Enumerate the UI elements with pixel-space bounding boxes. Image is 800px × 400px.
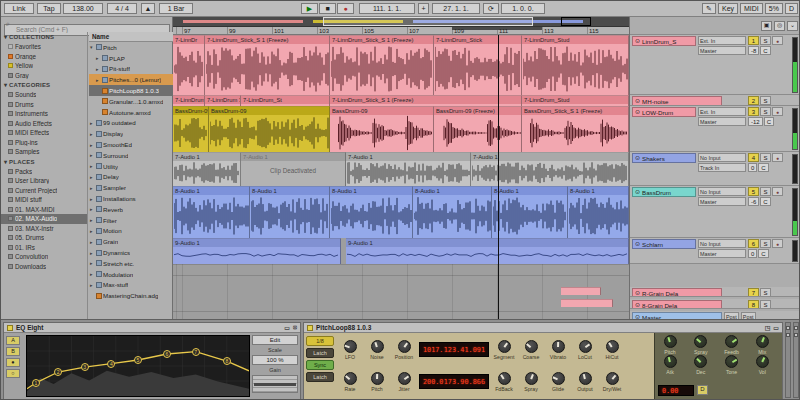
eq-filter-node-5[interactable]: 5 [134,356,142,364]
device-on-toggle[interactable] [307,325,313,331]
file-row[interactable]: ▸Installations [89,193,173,204]
quantize-menu[interactable]: 1 Bar [159,3,193,14]
punch-position-field[interactable]: 27. 1. 1. [432,3,480,14]
file-row[interactable]: ▸Delay [89,172,173,183]
segment-knob[interactable]: Segment [492,340,516,360]
volume-field[interactable]: -8 [748,46,759,55]
pan-field[interactable]: C [760,46,770,55]
output-chooser[interactable]: Master [698,46,746,55]
arm-button[interactable]: ● [772,107,783,116]
clip[interactable]: 8-Audio 1 [492,186,568,238]
sidebar-item-convolution[interactable]: Convolution [1,252,87,262]
pitch-knob[interactable]: Pitch [658,335,682,355]
expand-arrow-icon[interactable]: ▸ [90,250,95,256]
arm-button[interactable]: ● [772,239,783,248]
sidebar-item-samples[interactable]: Samples [1,147,87,157]
expand-arrow-icon[interactable]: ▸ [90,282,95,288]
pan-field[interactable]: C [758,249,768,258]
solo-button[interactable]: S [760,288,771,297]
solo-button[interactable]: S [760,239,771,248]
volume-field[interactable]: 0 [748,163,757,172]
overdub-button[interactable]: + [418,3,429,14]
eq-filter-node-8[interactable]: 8 [223,357,231,365]
file-row[interactable]: ▸Grain [89,236,173,247]
mix-knob[interactable]: Mix [750,335,774,355]
browser-section-categories[interactable]: ▾ CATEGORIES [1,80,87,90]
pan-field[interactable]: C [764,117,774,126]
sidebar-item-midi-stuff[interactable]: MIDI stuff [1,195,87,205]
expand-arrow-icon[interactable]: ▸ [90,152,95,158]
1-8-button[interactable]: 1/8 [306,336,334,346]
noise-knob[interactable]: Noise [365,340,389,360]
file-row[interactable]: ▸Filter [89,215,173,226]
clip[interactable]: 9-Audio 1 [173,238,341,264]
clip[interactable]: 7-LinnDrum_Stud [522,35,629,95]
sidebar-item-01-max-midi[interactable]: 01. MAX-MIDI [1,205,87,215]
expand-arrow-icon[interactable]: ▸ [90,206,95,212]
atk-knob[interactable]: Atk [658,355,682,375]
sidebar-item-01-irs[interactable]: 01. IRs [1,243,87,253]
arm-button[interactable]: ● [772,187,783,196]
device-fold-icon[interactable]: ▭ [284,324,290,331]
file-row[interactable]: ▸Pit-stuff [89,64,173,75]
file-row[interactable]: ▸Display [89,128,173,139]
clip[interactable]: 7-Audio 1 [471,152,629,186]
expand-arrow-icon[interactable]: ▸ [90,163,95,169]
file-row[interactable]: ▸Sampler [89,182,173,193]
eq-spectrum-display[interactable]: 12345678 [26,335,250,397]
eq-band-toggle[interactable]: ● [6,358,20,367]
coarse-knob[interactable]: Coarse [519,340,543,360]
fdback-knob[interactable]: FdBack [492,372,516,392]
eq-filter-node-1[interactable]: 1 [32,379,40,387]
midi-map-button[interactable]: MIDI [740,3,763,14]
sidebar-item-user-library[interactable]: User Library [1,176,87,186]
loop-button[interactable]: ⟳ [483,3,499,14]
clip-view-toggle[interactable] [785,322,791,398]
device-hot-swap-icon[interactable]: ⦻ [293,324,297,331]
arrangement-position-field[interactable]: 111. 1. 1. [359,3,415,14]
tempo-field[interactable]: 138.00 [63,3,103,14]
file-row[interactable]: ▸Stretch etc. [89,258,173,269]
dry-wet-knob[interactable]: Dry/Wet [600,372,624,392]
track-name[interactable]: ⊙BassDrum [632,187,696,197]
expand-arrow-icon[interactable]: ▾ [90,44,95,50]
file-row[interactable]: ▸Surround [89,150,173,161]
dec-knob[interactable]: Dec [689,355,713,375]
track-activator[interactable]: 7 [748,288,759,297]
expand-arrow-icon[interactable]: ▸ [96,66,101,72]
sidebar-item-03-max-instr[interactable]: 03. MAX-Instr [1,224,87,234]
record-button[interactable]: ● [337,3,354,14]
sidebar-item-yellow[interactable]: Yellow [1,61,87,71]
volume-field[interactable]: -6 [748,197,759,206]
eq-band-toggle[interactable]: B [6,347,20,356]
spray-knob[interactable]: Spray [689,335,713,355]
file-row[interactable]: ▸Utility [89,161,173,172]
eq-filter-node-4[interactable]: 4 [107,360,115,368]
pan-field[interactable]: C [758,163,768,172]
file-row[interactable]: ▸Dynamics [89,247,173,258]
sidebar-item-05-drums[interactable]: 05. Drums [1,233,87,243]
clip[interactable] [561,299,613,307]
time-signature-field[interactable]: 4 / 4 [107,3,137,14]
file-row[interactable]: ▸Modulation [89,269,173,280]
clip[interactable]: 7-LinnDr [173,35,205,95]
sidebar-item-02-max-audio[interactable]: 02. MAX-Audio [1,214,87,224]
sidebar-item-gray[interactable]: Gray [1,71,87,81]
eq-band-toggle[interactable]: ○ [6,369,20,378]
arrangement-overview[interactable] [173,17,629,27]
spray-knob[interactable]: Spray [519,372,543,392]
clip[interactable]: 7-Audio 1 [173,152,241,186]
link-button[interactable]: Link [4,3,34,14]
tap-tempo-button[interactable]: Tap [37,3,61,14]
clip[interactable]: 7-LinnDrum_Stud [522,95,629,106]
sidebar-item-audio-effects[interactable]: Audio Effects [1,119,87,129]
file-row[interactable]: Granular...1.0.amxd [89,96,173,107]
track-name[interactable]: ⊙LOW-Drum [632,107,696,117]
eq-band-toggle[interactable]: A [6,336,20,345]
pan-field[interactable]: C [760,197,770,206]
file-row[interactable]: ▸Motion [89,226,173,237]
file-row[interactable]: MasteringChain.adg [89,290,173,301]
eq-filter-node-3[interactable]: 3 [81,363,89,371]
eq-filter-node-6[interactable]: 6 [163,350,171,358]
max-edit-icon[interactable]: ◳ [765,324,771,331]
